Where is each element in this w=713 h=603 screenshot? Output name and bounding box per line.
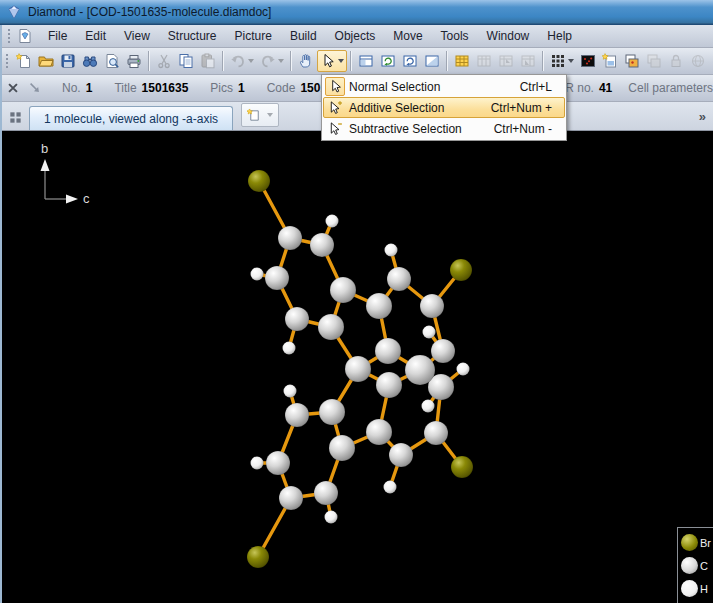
table-disabled-2-icon [498,53,514,69]
undo-icon [230,53,246,69]
window-frame-edge [0,25,2,603]
new-picture-button[interactable] [599,50,621,72]
menu-bar-items: FileEditViewStructurePictureBuildObjects… [39,26,581,46]
print-button[interactable] [123,50,145,72]
menu-item-additive-selection[interactable]: Additive SelectionCtrl+Num + [323,97,565,118]
globe-disabled-button [687,50,709,72]
selection-mode-menu: Normal SelectionCtrl+LAdditive Selection… [321,74,567,141]
field-label: No. [62,81,81,95]
dropdown-caret [338,59,344,63]
menu-item-subtractive-selection[interactable]: Subtractive SelectionCtrl+Num - [323,118,565,139]
field-title: Title1501635 [114,81,188,95]
table-yellow-button[interactable] [451,50,473,72]
table-disabled-3-button [517,50,539,72]
menu-move[interactable]: Move [384,26,431,46]
window-title: Diamond - [COD-1501635-molecule.diamdoc] [28,5,271,19]
field-label: Title [114,81,136,95]
pattern-grid-icon [550,53,566,69]
menu-edit[interactable]: Edit [76,26,115,46]
render-screen-button[interactable] [577,50,599,72]
menu-structure[interactable]: Structure [159,26,226,46]
picture-overlay-button[interactable] [621,50,643,72]
delete-structure-button[interactable] [2,77,24,99]
arrow-down-right-icon [28,81,42,95]
tile-views-button[interactable] [355,50,377,72]
print-preview-button[interactable] [101,50,123,72]
save-icon [60,53,76,69]
globe-disabled-icon [690,53,706,69]
toolbar-separator [148,51,150,71]
field-pics: Pics1 [210,81,244,95]
toolbar-overflow-button[interactable]: » [699,109,705,124]
open-file-icon [38,53,54,69]
save-button[interactable] [57,50,79,72]
field-label: Pics [210,81,233,95]
menu-file[interactable]: File [39,26,76,46]
title-bar[interactable]: Diamond - [COD-1501635-molecule.diamdoc] [0,0,713,25]
copy-button[interactable] [175,50,197,72]
menu-item-label: Subtractive Selection [349,122,494,136]
toolbar-separator [542,51,544,71]
redo-icon [260,53,276,69]
document-icon [17,28,33,44]
legend-symbol: Br [700,537,711,549]
copy-icon [178,53,194,69]
menu-item-normal-selection[interactable]: Normal SelectionCtrl+L [323,76,565,97]
picture-overlay-icon [624,53,640,69]
menu-help[interactable]: Help [538,26,581,46]
legend-sphere-c [681,557,698,574]
find-button[interactable] [79,50,101,72]
rotate-view-icon [380,53,396,69]
rotate-view-button[interactable] [377,50,399,72]
undo-button [227,50,257,72]
diamond-app-icon [6,4,22,20]
corner-view-button[interactable] [421,50,443,72]
menu-bar: FileEditViewStructurePictureBuildObjects… [0,25,713,48]
select-icon [320,53,336,69]
atom-legend: BrCH [677,527,713,603]
field-no-: No.1 [62,81,92,95]
new-document-icon [16,53,32,69]
new-picture-tab-button[interactable] [241,103,279,127]
legend-item-h: H [681,577,713,600]
table-disabled-3-icon [520,53,536,69]
legend-symbol: H [700,583,708,595]
toolbar-drag-handle[interactable] [7,28,12,44]
tab-active-picture[interactable]: 1 molecule, viewed along -a-axis [29,106,233,130]
menu-build[interactable]: Build [281,26,326,46]
menu-view[interactable]: View [115,26,159,46]
cursor-icon [325,77,345,96]
redo-button [257,50,287,72]
goto-structure-button[interactable] [24,77,46,99]
lock-disabled-button [665,50,687,72]
menu-window[interactable]: Window [478,26,539,46]
print-icon [126,53,142,69]
structure-picture-canvas[interactable]: b c BrCH [0,131,713,603]
menu-item-shortcut: Ctrl+Num + [491,101,564,115]
toolbar-drag-handle[interactable] [5,53,10,69]
pattern-grid-button[interactable] [547,50,577,72]
cut-button [153,50,175,72]
panes-grid-icon [8,110,23,125]
split-panes-button[interactable] [5,107,25,127]
table-disabled-1-button [473,50,495,72]
menu-tools[interactable]: Tools [432,26,478,46]
field-label: Code [267,81,296,95]
open-file-button[interactable] [35,50,57,72]
select-button[interactable] [317,50,347,72]
menu-objects[interactable]: Objects [326,26,385,46]
dropdown-caret [278,59,284,63]
axis-b-label: b [41,141,48,156]
dropdown-caret [267,113,273,117]
toolbar-separator [222,51,224,71]
menu-picture[interactable]: Picture [226,26,281,46]
axis-c-label: c [83,191,90,205]
dropdown-caret [248,59,254,63]
lock-disabled-icon [668,53,684,69]
new-document-button[interactable] [13,50,35,72]
restore-view-button[interactable] [399,50,421,72]
new-picture-icon [247,108,262,123]
field-label: Cell parameters [628,81,713,95]
dropdown-caret [568,59,574,63]
pan-button[interactable] [295,50,317,72]
